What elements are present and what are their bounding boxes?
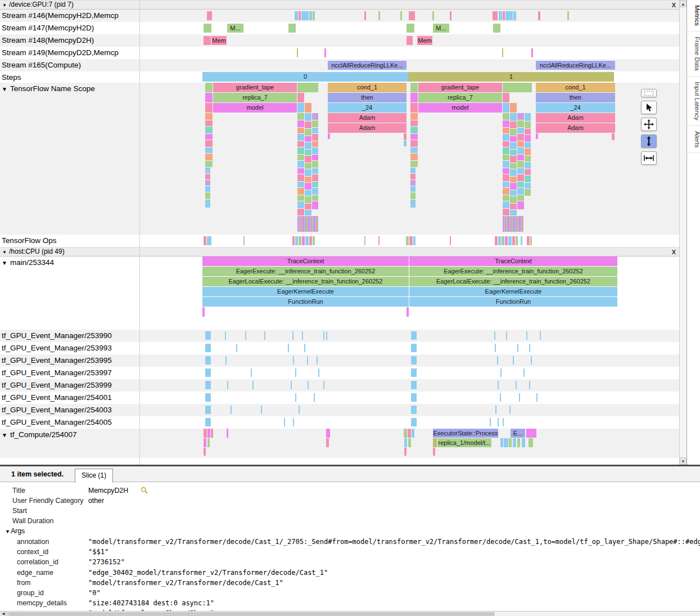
trace-event[interactable]	[205, 113, 213, 120]
trace-event[interactable]	[410, 147, 418, 153]
trace-event-replica-7[interactable]: replica_7	[418, 93, 502, 102]
scroll-down-arrow[interactable]: ▼	[680, 457, 687, 465]
trace-event[interactable]	[525, 176, 531, 182]
collapse-arrow-icon[interactable]: ▼	[2, 3, 7, 8]
trace-event[interactable]	[314, 393, 315, 402]
trace-event[interactable]	[410, 168, 416, 173]
trace-event[interactable]	[302, 331, 303, 340]
trace-event-gradient-tape[interactable]: gradient_tape	[418, 83, 502, 92]
trace-event[interactable]	[503, 134, 509, 141]
trace-event[interactable]	[205, 180, 210, 186]
trace-event[interactable]	[410, 103, 418, 113]
trace-event[interactable]	[510, 103, 517, 113]
trace-event[interactable]	[536, 133, 538, 139]
tab-slice[interactable]: Slice (1)	[75, 469, 113, 483]
trace-event[interactable]	[495, 344, 496, 352]
trace-event[interactable]	[309, 236, 312, 245]
track-label-evm-254003[interactable]: tf_GPU_Event_Manager/254003	[0, 404, 139, 416]
trace-event[interactable]	[305, 122, 311, 128]
trace-event[interactable]	[503, 147, 509, 154]
trace-event[interactable]	[503, 209, 509, 215]
trace-event[interactable]	[305, 163, 311, 169]
trace-event[interactable]	[312, 182, 318, 187]
trace-event[interactable]	[410, 93, 418, 102]
trace-event[interactable]	[516, 236, 518, 245]
trace-event[interactable]	[433, 448, 435, 456]
trace-event[interactable]	[500, 368, 502, 377]
trace-event[interactable]	[509, 438, 512, 447]
trace-event-gradient-tape[interactable]: gradient_tape	[213, 83, 297, 92]
collapse-arrow-icon[interactable]: ▼	[2, 260, 7, 266]
trace-event[interactable]	[323, 331, 324, 340]
trace-event[interactable]	[503, 128, 509, 133]
trace-event[interactable]	[205, 186, 210, 192]
trace-event-mem[interactable]: Mem	[211, 36, 227, 45]
timing-tool-button[interactable]	[641, 151, 657, 165]
trace-event[interactable]	[305, 113, 311, 121]
trace-event-eagerexecute-inference-train-function-260252[interactable]: EagerExecute: __inference_train_function…	[202, 267, 409, 276]
trace-event[interactable]	[205, 140, 213, 147]
trace-event[interactable]	[410, 140, 418, 147]
trace-event-eagerlocalexecute-inference-train-function-260252[interactable]: EagerLocalExecute: __inference_train_fun…	[202, 277, 409, 286]
trace-event[interactable]	[297, 174, 304, 181]
trace-event[interactable]	[517, 155, 524, 160]
trace-event[interactable]	[236, 344, 237, 352]
trace-event[interactable]	[493, 24, 500, 33]
trace-event[interactable]	[521, 236, 522, 245]
trace-event[interactable]	[410, 161, 418, 167]
trace-event[interactable]	[490, 418, 491, 426]
trace-event[interactable]	[305, 190, 311, 196]
trace-event[interactable]	[313, 11, 315, 20]
trace-event[interactable]	[204, 36, 211, 45]
trace-event[interactable]	[503, 174, 509, 181]
trace-event-ncclallreduceringllke[interactable]: ncclAllReduceRingLLKe...	[328, 61, 407, 70]
trace-event-eagerlocalexecute-inference-train-function-260252[interactable]: EagerLocalExecute: __inference_train_fun…	[409, 277, 617, 286]
trace-event[interactable]	[305, 196, 311, 203]
trace-event[interactable]	[510, 150, 517, 155]
trace-event[interactable]	[313, 236, 315, 245]
scroll-up-arrow[interactable]: ▲	[680, 0, 687, 7]
trace-event[interactable]	[510, 169, 517, 176]
trace-event[interactable]	[522, 438, 525, 447]
trace-event[interactable]	[312, 134, 318, 141]
trace-event[interactable]	[410, 180, 416, 186]
zoom-vertical-tool-button[interactable]	[641, 134, 657, 148]
trace-event[interactable]	[227, 429, 228, 438]
track-label-stream-149[interactable]: Stream #149(MemcpyD2D,Memcp	[0, 47, 139, 59]
trace-event[interactable]	[517, 120, 524, 127]
trace-event[interactable]	[517, 141, 524, 147]
trace-event-tracecontext[interactable]: TraceContext	[202, 257, 409, 266]
trace-event-tracecontext[interactable]: TraceContext	[409, 257, 617, 266]
collapse-arrow-icon[interactable]: ▼	[2, 250, 7, 255]
trace-event[interactable]	[205, 344, 211, 352]
trace-event[interactable]	[307, 356, 308, 365]
trace-event-cond-1[interactable]: cond_1	[328, 83, 407, 92]
trace-event[interactable]	[407, 24, 414, 33]
details-horizontal-scrollbar[interactable]: ◀	[0, 611, 700, 616]
trace-event[interactable]	[205, 120, 213, 126]
trace-event[interactable]	[517, 195, 524, 201]
trace-event[interactable]	[495, 406, 496, 414]
trace-event[interactable]	[204, 24, 211, 33]
trace-event[interactable]	[284, 418, 285, 426]
trace-event[interactable]	[404, 141, 407, 146]
trace-event[interactable]	[500, 438, 503, 447]
trace-event[interactable]	[525, 113, 531, 121]
trace-event[interactable]	[205, 356, 211, 365]
trace-event[interactable]	[312, 120, 318, 127]
trace-event[interactable]	[504, 438, 508, 447]
trace-event[interactable]	[502, 48, 503, 57]
track-label-evm-254001[interactable]: tf_GPU_Event_Manager/254001	[0, 392, 139, 404]
trace-event[interactable]	[205, 393, 211, 402]
trace-event[interactable]	[297, 113, 304, 120]
trace-event[interactable]	[506, 331, 507, 340]
trace-event[interactable]	[529, 344, 530, 352]
trace-event[interactable]	[297, 128, 304, 133]
trace-event[interactable]	[517, 182, 524, 187]
trace-event[interactable]	[413, 236, 416, 245]
trace-event[interactable]	[323, 381, 324, 389]
trace-event[interactable]	[410, 83, 418, 92]
trace-event[interactable]	[525, 169, 531, 175]
trace-event[interactable]	[407, 36, 413, 45]
trace-event[interactable]	[205, 168, 210, 173]
